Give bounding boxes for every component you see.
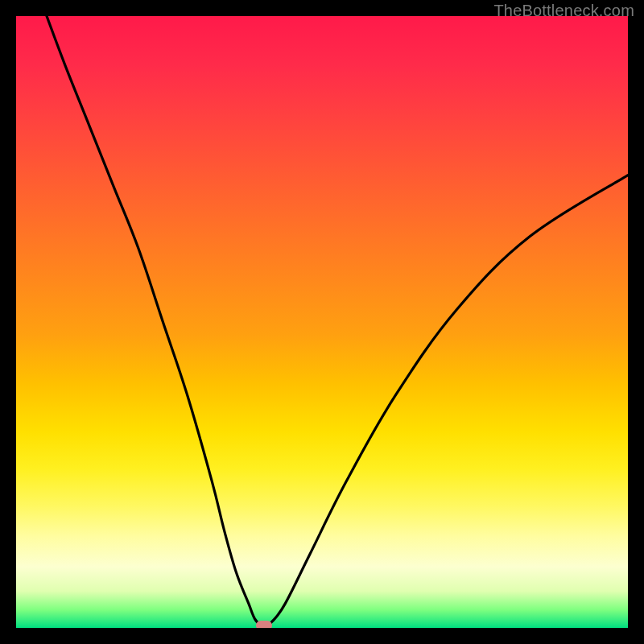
curve-layer: [16, 16, 628, 628]
plot-area: [16, 16, 628, 628]
bottleneck-curve: [47, 16, 628, 625]
chart-frame: TheBottleneck.com: [0, 0, 644, 644]
optimal-point-marker: [256, 621, 272, 628]
